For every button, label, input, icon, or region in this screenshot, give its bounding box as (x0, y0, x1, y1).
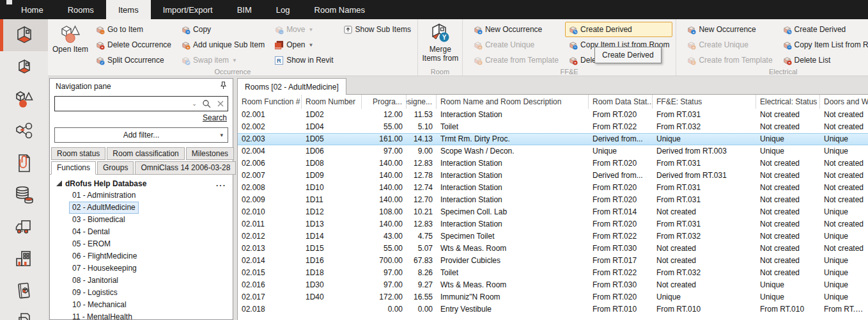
tree-item-01-administration[interactable]: 01 - Administration (50, 189, 233, 202)
tree-root[interactable]: dRofus Help Database ... (50, 178, 233, 189)
table-cell: Specimen Coll. Lab (437, 206, 589, 218)
table-row-02.011[interactable]: 02.0111D13140.0012.83Interaction Station… (238, 218, 868, 230)
sidebar-item-items[interactable] (0, 83, 48, 115)
split-occurrence-button[interactable]: ✓Split Occurrence (92, 52, 174, 68)
table-cell: Unique (820, 291, 868, 303)
sidebar-item-rooms[interactable] (0, 19, 48, 51)
nav-tab-room-classification[interactable]: Room classification (107, 147, 184, 160)
search-input[interactable] (55, 98, 189, 109)
table-row-02.004[interactable]: 02.0041D0697.009.00Scope Wash / Decon.Un… (238, 145, 868, 157)
column-header-progra[interactable]: Progra... (362, 95, 407, 109)
table-row-02.006[interactable]: 02.0061D08140.0012.83Interaction Station… (238, 157, 868, 170)
tree-item-03-biomedical[interactable]: 03 - Biomedical (50, 214, 233, 226)
button-label: Copy (193, 25, 211, 34)
tree-root-menu-button[interactable]: ... (216, 179, 226, 188)
column-header-ff-e-status[interactable]: FF&E: Status (653, 95, 756, 109)
nav-tab-milestones[interactable]: Milestones (186, 147, 234, 160)
nav-tab-room-status[interactable]: Room status (51, 147, 105, 160)
create-derived-button[interactable]: ✎Create Derived (779, 22, 868, 37)
table-row-02.007[interactable]: 02.0071D09140.0012.78Interaction Station… (238, 170, 868, 182)
column-header-electrical-status[interactable]: Electrical: Status (756, 95, 820, 109)
tree-item-09-logistics[interactable]: 09 - Logistics (50, 287, 233, 299)
add-filter-dropdown[interactable]: Add filter... ▾ (54, 127, 228, 143)
clear-search-icon[interactable] (213, 100, 228, 108)
delete-occurrence-button[interactable]: ×Delete Occurrence (92, 37, 174, 52)
copy-item-list-from-room-button[interactable]: −Copy Item List from Room (779, 37, 868, 52)
table-cell: 0.00 (362, 303, 407, 316)
menu-tab-rooms[interactable]: Rooms (56, 0, 106, 19)
table-row-02.015[interactable]: 02.0151D1897.008.26ToiletFrom RT.022From… (238, 267, 868, 279)
button-label: Create Derived (794, 25, 846, 34)
nav-tab-groups[interactable]: Groups (97, 161, 134, 175)
open-button[interactable]: wwwOpen▼ (271, 37, 336, 52)
table-row-02.013[interactable]: 02.0131D1555.005.07Wts & Meas. RoomFrom … (238, 243, 868, 255)
create-derived-button[interactable]: ✎Create Derived (565, 22, 672, 37)
tree-item-05-erom[interactable]: 05 - EROM (50, 238, 233, 250)
table-row-02.017[interactable]: 02.0171D40172.0016.55Immuniz"N RoomFrom … (238, 291, 868, 303)
table-cell: 97.00 (362, 145, 407, 157)
menu-tab-home[interactable]: Home (9, 0, 56, 19)
create-derived-icon: ✎ (568, 25, 578, 35)
table-row-02.002[interactable]: 02.0021D0455.005.10ToiletFrom RT.022From… (238, 121, 868, 133)
tree-expander-icon[interactable] (56, 179, 65, 188)
column-header-room-name-and-room-description[interactable]: Room Name and Room Description (437, 95, 589, 109)
revit-icon: R (274, 56, 284, 65)
sidebar-item-documents[interactable] (0, 307, 48, 320)
sidebar-item-logistics[interactable] (0, 211, 48, 243)
nav-tab-functions[interactable]: Functions (51, 161, 96, 175)
tree-item-06-flightmedicine[interactable]: 06 - FlightMedicine (50, 250, 233, 262)
pin-icon[interactable] (220, 81, 227, 92)
document-tab[interactable]: Rooms [02 - AdultMedicine] (237, 78, 346, 95)
table-row-02.010[interactable]: 02.0101D12108.0010.21Specimen Coll. LabF… (238, 206, 868, 218)
sidebar-item-item-links[interactable] (0, 115, 48, 147)
show-sub-items-button[interactable]: Show Sub Items (340, 22, 414, 37)
table-cell: Not created (820, 194, 868, 206)
sidebar-item-reports[interactable] (0, 179, 48, 211)
search-icon[interactable] (199, 99, 213, 108)
attachments-icon (13, 152, 35, 174)
tree-item-07-housekeeping[interactable]: 07 - Housekeeping (50, 262, 233, 275)
table-row-02.012[interactable]: 02.0121D1443.004.75Specimen ToiletFrom R… (238, 230, 868, 243)
sidebar-item-buildings[interactable] (0, 243, 48, 275)
add-unique-sub-item-button[interactable]: +Add unique Sub Item (178, 37, 268, 52)
svg-text:✓: ✓ (100, 60, 104, 65)
open-item-button[interactable]: Open Item (52, 22, 89, 54)
menu-tab-log[interactable]: Log (264, 0, 302, 19)
table-row-02.016[interactable]: 02.0161D3097.009.27Wts & Meas. RoomFrom … (238, 279, 868, 291)
sidebar-item-room-list[interactable] (0, 51, 48, 83)
table-row-02.009[interactable]: 02.0091D11140.0012.70Interaction Station… (238, 194, 868, 206)
tree-item-11-mentalhealth[interactable]: 11 - MentalHealth (50, 311, 233, 319)
new-occurrence-button[interactable]: +New Occurrence (683, 22, 775, 37)
column-header-room-data-stat[interactable]: Room Data Stat... (589, 95, 653, 109)
table-row-02.014[interactable]: 02.0141D16700.0067.83Provider CubiclesFr… (238, 255, 868, 267)
search-dropdown-chevron-icon[interactable]: ⌄ (189, 100, 199, 107)
table-row-02.018[interactable]: 02.0180.000.00Entry VestibuleFrom RT.010… (238, 303, 868, 316)
merge-items-from-button[interactable]: YMerge Items from (422, 22, 459, 63)
column-header-doors-and-w[interactable]: Doors and W... (820, 95, 868, 109)
sidebar-item-manual[interactable] (0, 275, 48, 307)
tree-item-04-dental[interactable]: 04 - Dental (50, 226, 233, 238)
nav-tab-omniclass-14-2006-03-28[interactable]: OmniClass 14 2006-03-28 (135, 161, 236, 175)
menu-tab-import-export[interactable]: Import/Export (151, 0, 225, 19)
new-occurrence-button[interactable]: +New Occurrence (470, 22, 562, 37)
go-to-item-button[interactable]: →Go to Item (92, 22, 174, 37)
table-row-02.001[interactable]: 02.0011D0212.0011.53Interaction StationF… (238, 109, 868, 121)
menu-tab-bim[interactable]: BIM (225, 0, 264, 19)
menu-tab-room-names[interactable]: Room Names (302, 0, 377, 19)
show-in-revit-button[interactable]: RShow in Revit (271, 52, 336, 68)
tree-item-08-janitorial[interactable]: 08 - Janitorial (50, 275, 233, 287)
column-header-room-function[interactable]: Room Function # (238, 95, 302, 109)
table-cell: From RT.020 (589, 182, 653, 194)
tree-item-10-mechanical[interactable]: 10 - Mechanical (50, 299, 233, 311)
menu-tab-items[interactable]: Items (106, 0, 151, 19)
delete-list-button[interactable]: ×Delete List (779, 52, 868, 68)
table-row-02.003[interactable]: 02.0031D05161.0014.13Trmt Rm. Dirty Proc… (238, 133, 868, 145)
sidebar-item-attachments[interactable] (0, 147, 48, 179)
column-header-designe[interactable]: Designe... (407, 95, 437, 109)
button-label: Delete Occurrence (107, 40, 171, 49)
table-row-02.008[interactable]: 02.0081D10140.0012.74Interaction Station… (238, 182, 868, 194)
search-link[interactable]: Search (203, 113, 227, 122)
column-header-room-number[interactable]: Room Number (302, 95, 362, 109)
copy-button[interactable]: =Copy (178, 22, 268, 37)
tree-item-02-adultmedicine[interactable]: 02 - AdultMedicine (50, 202, 233, 214)
